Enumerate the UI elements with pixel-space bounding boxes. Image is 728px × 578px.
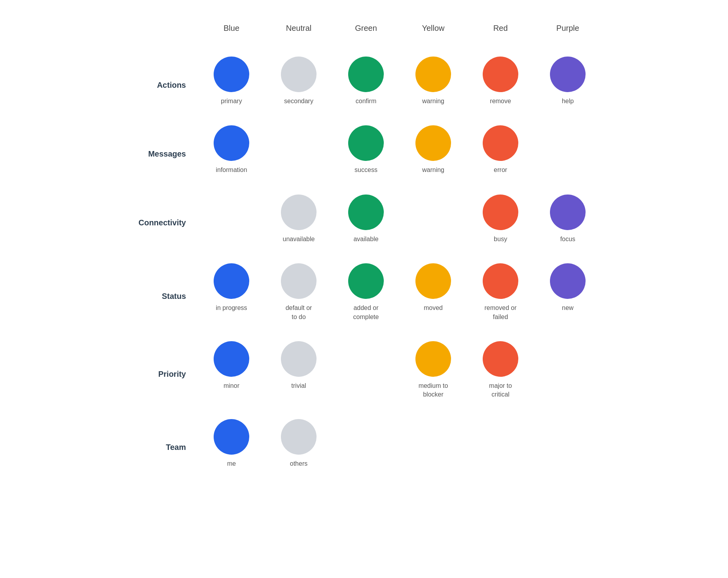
circle-label: trivial — [291, 382, 306, 390]
header-col-red: Red — [467, 16, 534, 49]
cell-priority-col4: major to critical — [467, 333, 534, 411]
row-label-priority: Priority — [127, 333, 198, 411]
cell-status-col1: default or to do — [265, 255, 332, 333]
circle-purple — [550, 195, 586, 230]
circle-label: warning — [422, 166, 444, 174]
color-legend-table: BlueNeutralGreenYellowRedPurpleActionspr… — [127, 16, 601, 480]
circle-red — [483, 341, 518, 377]
circle-label: default or to do — [286, 304, 312, 321]
circle-label: major to critical — [489, 382, 512, 399]
cell-messages-col1 — [265, 117, 332, 186]
cell-team-col2 — [332, 411, 400, 480]
circle-green — [348, 57, 384, 92]
cell-messages-col2: success — [332, 117, 400, 186]
cell-messages-col0: information — [198, 117, 265, 186]
circle-yellow — [415, 341, 451, 377]
cell-actions-col0: primary — [198, 49, 265, 117]
cell-status-col5: new — [534, 255, 601, 333]
cell-connectivity-col3 — [400, 187, 467, 255]
cell-actions-col3: warning — [400, 49, 467, 117]
cell-status-col0: in progress — [198, 255, 265, 333]
cell-actions-col5: help — [534, 49, 601, 117]
circle-label: moved — [424, 304, 443, 312]
circle-label: remove — [490, 97, 511, 106]
header-empty — [127, 16, 198, 49]
cell-team-col0: me — [198, 411, 265, 480]
row-label-connectivity: Connectivity — [127, 187, 198, 255]
circle-label: help — [562, 97, 574, 106]
cell-status-col4: removed or failed — [467, 255, 534, 333]
circle-neutral — [281, 263, 317, 299]
cell-status-col2: added or complete — [332, 255, 400, 333]
circle-label: removed or failed — [485, 304, 517, 321]
header-col-green: Green — [332, 16, 400, 49]
cell-team-col4 — [467, 411, 534, 480]
cell-connectivity-col5: focus — [534, 187, 601, 255]
header-col-yellow: Yellow — [400, 16, 467, 49]
circle-red — [483, 263, 518, 299]
cell-priority-col1: trivial — [265, 333, 332, 411]
cell-team-col5 — [534, 411, 601, 480]
cell-actions-col2: confirm — [332, 49, 400, 117]
cell-priority-col0: minor — [198, 333, 265, 411]
circle-purple — [550, 263, 586, 299]
circle-yellow — [415, 57, 451, 92]
circle-green — [348, 195, 384, 230]
row-label-team: Team — [127, 411, 198, 480]
cell-actions-col4: remove — [467, 49, 534, 117]
circle-red — [483, 195, 518, 230]
circle-red — [483, 125, 518, 161]
cell-team-col1: others — [265, 411, 332, 480]
circle-neutral — [281, 341, 317, 377]
circle-neutral — [281, 195, 317, 230]
circle-neutral — [281, 57, 317, 92]
header-col-neutral: Neutral — [265, 16, 332, 49]
circle-label: primary — [221, 97, 242, 106]
cell-team-col3 — [400, 411, 467, 480]
circle-label: added or complete — [353, 304, 379, 321]
cell-messages-col5 — [534, 117, 601, 186]
cell-actions-col1: secondary — [265, 49, 332, 117]
circle-label: new — [562, 304, 573, 312]
row-label-actions: Actions — [127, 49, 198, 117]
circle-green — [348, 125, 384, 161]
circle-purple — [550, 57, 586, 92]
cell-messages-col4: error — [467, 117, 534, 186]
circle-label: secondary — [284, 97, 313, 106]
circle-label: medium to blocker — [419, 382, 448, 399]
circle-label: others — [290, 459, 307, 468]
circle-label: available — [353, 235, 378, 244]
row-label-messages: Messages — [127, 117, 198, 186]
row-label-status: Status — [127, 255, 198, 333]
circle-label: busy — [494, 235, 507, 244]
circle-yellow — [415, 125, 451, 161]
circle-red — [483, 57, 518, 92]
header-col-purple: Purple — [534, 16, 601, 49]
circle-blue — [214, 125, 249, 161]
circle-label: focus — [560, 235, 575, 244]
circle-label: error — [494, 166, 507, 174]
grid: BlueNeutralGreenYellowRedPurpleActionspr… — [127, 16, 601, 480]
cell-priority-col3: medium to blocker — [400, 333, 467, 411]
cell-connectivity-col4: busy — [467, 187, 534, 255]
circle-label: in progress — [216, 304, 247, 312]
circle-label: warning — [422, 97, 444, 106]
circle-yellow — [415, 263, 451, 299]
circle-label: minor — [224, 382, 239, 390]
cell-messages-col3: warning — [400, 117, 467, 186]
cell-connectivity-col2: available — [332, 187, 400, 255]
circle-label: me — [227, 459, 236, 468]
cell-priority-col2 — [332, 333, 400, 411]
circle-label: confirm — [356, 97, 376, 106]
circle-blue — [214, 263, 249, 299]
cell-connectivity-col1: unavailable — [265, 187, 332, 255]
cell-priority-col5 — [534, 333, 601, 411]
circle-label: unavailable — [283, 235, 315, 244]
cell-status-col3: moved — [400, 255, 467, 333]
circle-label: information — [216, 166, 247, 174]
header-col-blue: Blue — [198, 16, 265, 49]
cell-connectivity-col0 — [198, 187, 265, 255]
circle-blue — [214, 57, 249, 92]
circle-neutral — [281, 419, 317, 455]
circle-green — [348, 263, 384, 299]
